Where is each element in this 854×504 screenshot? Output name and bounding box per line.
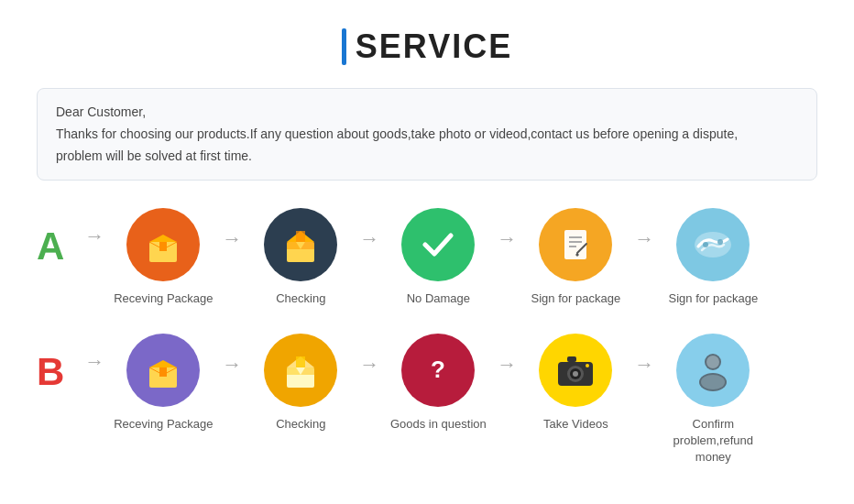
step-label-b2: Checking — [276, 416, 325, 433]
step-label-b3: Goods in question — [390, 416, 487, 433]
step-icon-b5 — [676, 334, 750, 407]
step-wrapper: Sign for package→ — [520, 208, 658, 307]
step-icon-b2 — [264, 334, 337, 407]
step-label-b5: Confirm problem,refund money — [658, 416, 768, 466]
step-wrapper: Sign for package — [658, 208, 768, 307]
svg-point-39 — [701, 375, 725, 389]
svg-rect-21 — [159, 367, 167, 377]
svg-point-38 — [706, 356, 719, 368]
step-label-a1: Receving Package — [114, 290, 213, 307]
step-a3: No Damage — [383, 208, 493, 307]
step-arrow: → — [497, 353, 517, 377]
step-icon-b1 — [126, 334, 200, 407]
step-label-a5: Sign for package — [669, 290, 759, 307]
step-wrapper: Receving Package→ — [108, 208, 246, 307]
step-b2: Checking — [246, 334, 356, 433]
svg-marker-20 — [149, 360, 177, 367]
svg-rect-10 — [564, 230, 586, 259]
step-arrow: → — [359, 227, 379, 251]
step-a1: Receving Package — [108, 208, 218, 307]
svg-rect-2 — [159, 242, 167, 251]
step-icon-a2 — [264, 208, 337, 281]
notice-line2: Thanks for choosing our products.If any … — [56, 124, 798, 146]
svg-point-17 — [703, 242, 708, 247]
svg-rect-34 — [567, 356, 576, 362]
notice-line3: problem will be solved at first time. — [56, 146, 798, 168]
notice-box: Dear Customer, Thanks for choosing our p… — [37, 88, 817, 181]
step-label-b4: Take Videos — [543, 416, 608, 433]
step-icon-b3: ? — [401, 334, 475, 407]
svg-rect-26 — [296, 356, 305, 367]
step-label-b1: Receving Package — [114, 416, 213, 433]
page-title: SERVICE — [356, 27, 512, 66]
step-a5: Sign for package — [658, 208, 768, 307]
title-accent-bar — [342, 28, 346, 65]
step-icon-a3 — [401, 208, 475, 281]
step-arrow: → — [84, 225, 104, 248]
step-arrow: → — [359, 353, 379, 377]
step-label-a2: Checking — [276, 290, 325, 307]
step-label-a4: Sign for package — [531, 290, 621, 307]
step-wrapper: Receving Package→ — [108, 334, 246, 433]
step-icon-a4 — [539, 208, 612, 281]
step-arrow: → — [222, 353, 242, 377]
step-label-a3: No Damage — [407, 290, 470, 307]
page-title-container: SERVICE — [342, 27, 512, 66]
step-wrapper: Checking→ — [246, 334, 383, 433]
flow-steps-b: Receving Package→ Checking→ ? Goods in q… — [108, 334, 817, 466]
step-wrapper: ? Goods in question→ — [383, 334, 520, 433]
step-b1: Receving Package — [108, 334, 218, 433]
step-a2: Checking — [246, 208, 356, 307]
svg-point-33 — [573, 371, 578, 377]
step-b5: Confirm problem,refund money — [658, 334, 768, 466]
svg-rect-7 — [296, 231, 305, 242]
step-b4: Take Videos — [520, 334, 630, 433]
svg-point-35 — [586, 364, 589, 367]
flow-section-a: A→ Receving Package→ Checking→ No Damage… — [37, 208, 817, 307]
step-wrapper: No Damage→ — [383, 208, 520, 307]
flow-section-b: B→ Receving Package→ Checking→ ? Goods i… — [37, 334, 817, 466]
step-b3: ? Goods in question — [383, 334, 493, 433]
step-icon-a5 — [676, 208, 750, 281]
notice-line1: Dear Customer, — [56, 102, 798, 124]
svg-point-18 — [717, 239, 723, 245]
step-arrow: → — [84, 350, 104, 374]
svg-text:?: ? — [431, 356, 445, 383]
step-arrow: → — [634, 227, 654, 251]
step-icon-b4 — [539, 334, 612, 407]
section-label-b: B — [37, 350, 64, 394]
step-wrapper: Checking→ — [246, 208, 383, 307]
svg-marker-1 — [149, 235, 177, 242]
section-label-a: A — [37, 225, 64, 268]
step-icon-a1 — [126, 208, 200, 281]
step-arrow: → — [222, 227, 242, 251]
flow-steps-a: Receving Package→ Checking→ No Damage→ S… — [108, 208, 817, 307]
step-arrow: → — [497, 227, 517, 251]
step-wrapper: Confirm problem,refund money — [658, 334, 768, 466]
step-a4: Sign for package — [520, 208, 630, 307]
step-arrow: → — [634, 353, 654, 377]
step-wrapper: Take Videos→ — [520, 334, 658, 433]
